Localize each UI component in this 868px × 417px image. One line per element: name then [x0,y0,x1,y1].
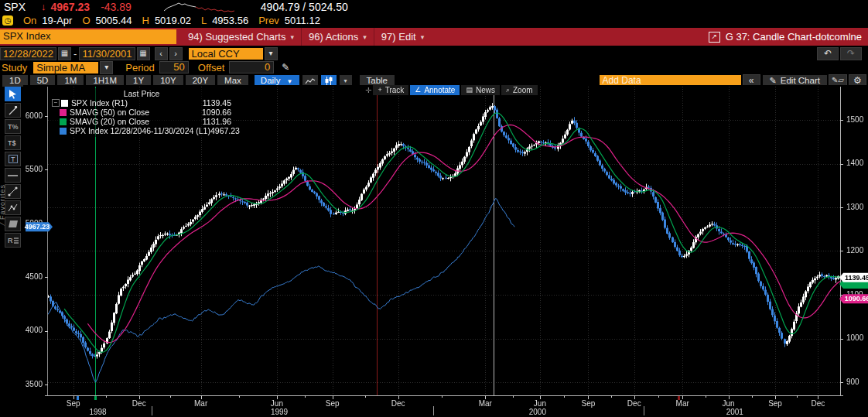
annotate-pencil-icon: ∠ [415,86,421,94]
next-range-button[interactable]: › [169,47,183,60]
study-label: Study [2,62,27,73]
regression-tool-button[interactable]: R [5,233,21,248]
zoom-button[interactable]: ⌕ Zoom [501,85,538,95]
chart-mini-toolbar: ✛ + Track ∠ Annotate ▤ News ⌕ Zoom [365,84,538,95]
legend-row[interactable]: −SPX Index (R1)1139.45 [52,98,231,108]
export-icon[interactable]: ↗ [709,32,720,43]
caret-down-icon: ▾ [421,33,425,41]
start-date-input[interactable]: 12/28/2022 [0,47,56,60]
zoom-magnifier-icon: ⌕ [506,86,510,94]
favorites-tab[interactable]: ∕ Favorites [0,124,6,224]
open-value: 5005.44 [96,15,132,26]
end-date-input[interactable]: 11/30/2001 [79,47,135,60]
low-value: 4953.56 [212,15,248,26]
menu-items: 94) Suggested Charts▾96) Actions▾97) Edi… [176,28,431,46]
redo-button[interactable]: ↷ [840,47,862,60]
svg-text:T: T [11,156,15,163]
news-icon: ▤ [466,86,473,94]
series-swatch-icon [60,109,67,116]
trendline-tool-button[interactable] [5,103,21,118]
polyline-tool-button[interactable] [5,200,21,215]
price-change: -43.89 [101,1,132,13]
track-button[interactable]: + Track [373,85,408,95]
drag-handle-icon[interactable]: ✛ [365,86,371,94]
range-dash: - [73,48,77,60]
ticker: SPX [4,1,26,13]
undo-button[interactable]: ↶ [817,47,839,60]
quote-line-1: SPX ↓ 4967.23 -43.89 4904.79 / 5024.50 [0,0,868,13]
track-crosshair-icon: + [378,86,381,94]
series-swatch-icon [60,118,67,125]
series-swatch-icon [60,128,67,135]
quote-date: 19-Apr [42,15,72,26]
high-value: 5019.02 [155,15,191,26]
offset-input[interactable]: 0 [229,61,274,73]
gauge-icon: ◷ [2,15,13,26]
caret-down-icon: ▾ [363,33,367,41]
text-tool-button[interactable]: T [5,152,21,166]
study-bar: Study Simple MA ▾ Period 50 Offset 0 ✎ [0,61,868,73]
prev-range-button[interactable]: ‹ [155,47,168,60]
menu-item-2[interactable]: 96) Actions▾ [301,28,374,46]
bid-ask: 4904.79 / 5024.50 [261,1,348,13]
legend-rows: −SPX Index (R1)1139.45SMAVG (50) on Clos… [52,98,231,135]
chart-legend: Last Price −SPX Index (R1)1139.45SMAVG (… [50,88,234,137]
prev-value: 5011.12 [285,15,320,26]
end-calendar-icon[interactable]: ▦ [137,47,150,60]
bloomberg-terminal-window: SPX ↓ 4967.23 -43.89 4904.79 / 5024.50 ◷… [0,0,868,417]
down-arrow-icon: ↓ [41,1,46,12]
line-chart-icon [305,77,316,84]
security-input[interactable]: SPX Index [0,29,176,44]
channel-tool-button[interactable] [5,217,21,231]
horizontal-line-tool-button[interactable] [5,168,21,183]
prev-label: Prev [258,15,279,26]
text-dollar-tool-button[interactable]: T$ [5,135,21,150]
frequency-caret-icon: ▼ [287,78,293,85]
offset-label: Offset [198,62,224,73]
cursor-tool-button[interactable] [5,87,21,101]
currency-caret-icon[interactable]: ▾ [265,47,278,60]
function-menubar: SPX Index 94) Suggested Charts▾96) Actio… [0,28,868,46]
price-sparkline [162,1,236,13]
svg-text:T$: T$ [8,139,16,147]
news-button[interactable]: ▤ News [461,85,500,95]
period-label: Period [125,62,155,73]
menu-item-1[interactable]: 94) Suggested Charts▾ [181,28,301,46]
on-label: On [23,15,36,26]
currency-select[interactable]: Local CCY [189,48,263,60]
chart-function-title: G 37: Candle Chart-dotcomlne [726,31,862,43]
low-label: L [201,15,207,26]
legend-row[interactable]: SMAVG (50) on Close1090.66 [52,108,231,117]
high-label: H [142,15,149,26]
last-price: 4967.23 [51,1,91,13]
segment-tool-button[interactable] [5,184,21,199]
study-select[interactable]: Simple MA [33,62,98,73]
caret-down-icon: ▾ [290,33,294,41]
study-caret-icon[interactable]: ▾ [100,61,113,74]
date-range-bar: 12/28/2022 ▦ - 11/30/2001 ▦ ‹ › Local CC… [0,46,868,60]
start-calendar-icon[interactable]: ▦ [58,47,71,60]
drawing-tools-column: T%T$TR [5,87,22,249]
annotate-button[interactable]: ∠ Annotate [410,85,460,95]
quote-line-2: ◷ On 19-Apr O 5005.44 H 5019.02 L 4953.5… [0,13,868,27]
menu-item-3[interactable]: 97) Edit▾ [374,28,431,46]
text-percent-tool-button[interactable]: T% [5,119,21,134]
legend-header: Last Price [52,89,231,98]
series-swatch-icon [61,100,68,107]
open-label: O [82,15,90,26]
candle-chart-icon [324,77,333,85]
legend-row[interactable]: SPX Index 12/28/2046-11/30/2024 (L1)4967… [52,126,231,135]
edit-study-pencil-icon[interactable]: ✎ [282,62,289,73]
svg-text:R: R [8,237,13,244]
collapse-legend-icon[interactable]: − [52,99,60,107]
frequency-label: Daily [261,76,281,85]
legend-row[interactable]: SMAVG (20) on Close1131.96 [52,117,231,126]
svg-text:T%: T% [8,123,19,131]
period-input[interactable]: 50 [159,61,189,73]
